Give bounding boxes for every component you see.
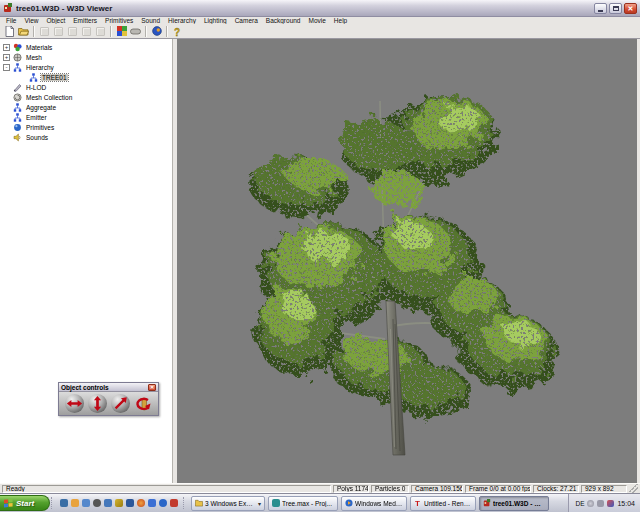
tree-item-aggregate[interactable]: Aggregate (0, 102, 172, 112)
start-label: Start (16, 499, 34, 508)
menu-object[interactable]: Object (42, 17, 69, 24)
new-file-button[interactable] (3, 25, 16, 37)
object-controls-window: Object controls ✕ (58, 382, 159, 416)
quick-launch-icon-5[interactable] (104, 499, 112, 507)
tray-icon-2[interactable] (597, 500, 604, 507)
anim-control-2-button[interactable] (52, 25, 65, 37)
toolbar-separator (33, 26, 35, 37)
toolbar-separator (110, 26, 112, 37)
tree-item-mesh[interactable]: + Mesh (0, 52, 172, 62)
toolbar-separator (166, 26, 168, 37)
quick-launch-icon-8[interactable] (137, 499, 145, 507)
status-bar: Ready Polys 1174 Particles 0 Camera 109.… (0, 483, 640, 493)
anim-control-2-icon (54, 27, 63, 36)
anim-control-4-button[interactable] (80, 25, 93, 37)
tree-item-hierarchy[interactable]: - Hierarchy (0, 62, 172, 72)
open-file-button[interactable] (17, 25, 30, 37)
menu-sound[interactable]: Sound (137, 17, 164, 24)
tree-item-materials[interactable]: + Materials (0, 42, 172, 52)
expander-materials[interactable]: + (3, 44, 10, 51)
object-controls-close-button[interactable]: ✕ (148, 384, 156, 391)
horizontal-arrows-icon (66, 395, 83, 412)
close-button[interactable]: ✕ (624, 3, 637, 14)
maximize-button[interactable] (609, 3, 622, 14)
tree-item-primitives[interactable]: Primitives (0, 122, 172, 132)
menu-lighting[interactable]: Lighting (200, 17, 231, 24)
menu-help[interactable]: Help (330, 17, 351, 24)
menu-view[interactable]: View (20, 17, 42, 24)
menu-background[interactable]: Background (262, 17, 305, 24)
screenshot-button[interactable] (129, 25, 142, 37)
help-button[interactable]: ? (171, 25, 184, 37)
quick-launch-bar (56, 494, 182, 512)
menu-emitters[interactable]: Emitters (69, 17, 101, 24)
minimize-button[interactable] (594, 3, 607, 14)
status-polys: Polys 1174 (333, 485, 369, 493)
object-controls-title-bar[interactable]: Object controls ✕ (59, 383, 158, 392)
status-frame: Frame 0/0 at 0.00 fps (465, 485, 531, 493)
taskbar-grip[interactable] (183, 497, 187, 509)
quick-launch-icon-4[interactable] (93, 499, 101, 507)
screenshot-icon (130, 28, 141, 35)
translate-diagonal-button[interactable] (111, 394, 130, 413)
quick-launch-icon-3[interactable] (82, 499, 90, 507)
quick-launch-icon-1[interactable] (60, 499, 68, 507)
status-clocks: Clocks: 27.21 (533, 485, 579, 493)
materials-icon (13, 43, 22, 52)
renx-icon: T (414, 499, 422, 507)
anim-control-3-button[interactable] (66, 25, 79, 37)
menu-hierarchy[interactable]: Hierarchy (164, 17, 200, 24)
status-particles: Particles 0 (371, 485, 409, 493)
tray-icon-1[interactable] (587, 500, 594, 507)
menu-camera[interactable]: Camera (231, 17, 262, 24)
menu-movie[interactable]: Movie (305, 17, 330, 24)
resize-grip[interactable] (629, 484, 638, 493)
quick-launch-icon-2[interactable] (71, 499, 79, 507)
tree-item-emitter[interactable]: Emitter (0, 112, 172, 122)
task-renx[interactable]: T Untitled - RenX - ... (410, 496, 476, 511)
menu-primitives[interactable]: Primitives (101, 17, 137, 24)
task-tree-max[interactable]: Tree.max - Proj... (268, 496, 338, 511)
task-w3d-viewer[interactable]: tree01.W3D - W3... (479, 496, 549, 511)
mesh-collection-icon (13, 93, 22, 102)
background-button[interactable] (150, 25, 163, 37)
start-button[interactable]: Start (0, 495, 50, 511)
folder-icon (195, 499, 203, 507)
selected-node-label: TREE01 (41, 74, 68, 81)
status-ready: Ready (2, 485, 331, 493)
expander-hierarchy[interactable]: - (3, 64, 10, 71)
translate-y-button[interactable] (88, 394, 107, 413)
translate-x-button[interactable] (65, 394, 84, 413)
tree-item-hlod[interactable]: H-LOD (0, 82, 172, 92)
windows-flag-icon (4, 499, 13, 508)
taskbar: Start 3 Windows Explo... ▾ (0, 493, 640, 512)
w3d-app-icon (3, 3, 13, 13)
tree-item-tree01[interactable]: TREE01 (0, 72, 172, 82)
anim-control-5-button[interactable] (94, 25, 107, 37)
quick-launch-icon-6[interactable] (115, 499, 123, 507)
material-editor-button[interactable] (115, 25, 128, 37)
hlod-icon (13, 83, 22, 92)
quick-launch-icon-11[interactable] (170, 499, 178, 507)
svg-text:?: ? (174, 26, 180, 37)
language-indicator[interactable]: DE (575, 500, 584, 507)
task-windows-explorer-group[interactable]: 3 Windows Explo... ▾ (191, 496, 265, 511)
quick-launch-icon-10[interactable] (159, 499, 167, 507)
viewport-3d[interactable] (177, 39, 637, 483)
quick-launch-icon-9[interactable] (148, 499, 156, 507)
taskbar-clock: 15:04 (617, 500, 635, 507)
toolbar-separator (145, 26, 147, 37)
quick-launch-grip[interactable] (51, 497, 55, 509)
rotate-button[interactable] (134, 394, 153, 413)
tree-item-sounds[interactable]: Sounds (0, 132, 172, 142)
menu-file[interactable]: File (2, 17, 20, 24)
help-icon: ? (173, 26, 182, 37)
anim-control-3-icon (68, 27, 77, 36)
expander-mesh[interactable]: + (3, 54, 10, 61)
tree-item-mesh-collection[interactable]: Mesh Collection (0, 92, 172, 102)
rotate-arrow-icon (134, 394, 153, 413)
quick-launch-icon-7[interactable] (126, 499, 134, 507)
anim-control-1-button[interactable] (38, 25, 51, 37)
task-windows-media-player[interactable]: Windows Media Pla... (341, 496, 407, 511)
tray-icon-3[interactable] (607, 500, 614, 507)
